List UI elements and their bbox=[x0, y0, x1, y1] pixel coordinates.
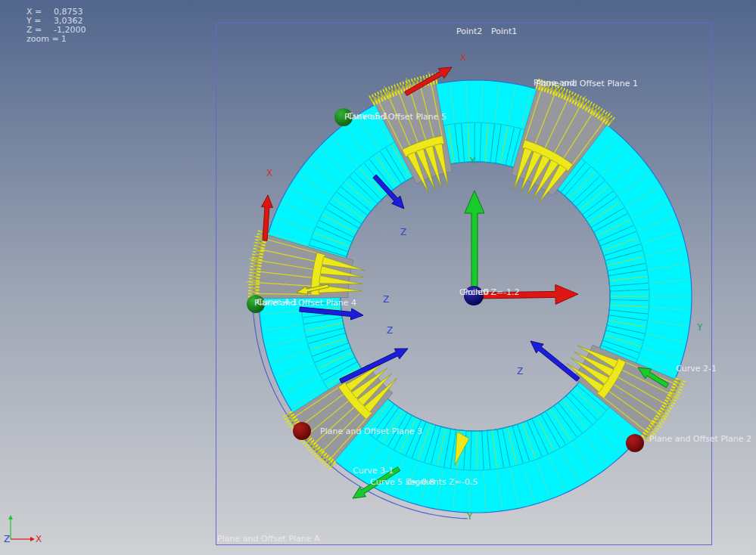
view-orientation-triad: ZX bbox=[4, 515, 42, 544]
label-curve-3-1[interactable]: Curve 3-1 bbox=[353, 466, 394, 476]
triad-letter-z: Z bbox=[4, 534, 10, 544]
label-point1[interactable]: Point1 bbox=[491, 26, 517, 36]
axis-letter-z: Z bbox=[400, 227, 406, 237]
sphere-plane-3[interactable] bbox=[293, 422, 311, 440]
axis-letter-x: X bbox=[266, 168, 272, 178]
label-plane-3[interactable]: Plane and Offset Plane 3 bbox=[320, 426, 422, 436]
coordinate-readout: X = 0,8753 Y = 3,0362 Z = -1,2000 zoom =… bbox=[26, 8, 86, 44]
axis-letter-y: Y bbox=[466, 511, 473, 522]
axis-letter-z: Z bbox=[517, 366, 523, 377]
axis-letter-y: Y bbox=[469, 156, 476, 166]
readout-zoom-value: 1 bbox=[61, 35, 67, 44]
axis-letter-z: Z bbox=[383, 294, 389, 305]
triad-y-arrow[interactable] bbox=[465, 191, 484, 296]
axis-letter-x: X bbox=[460, 52, 466, 63]
axis-letter-z: Z bbox=[387, 325, 393, 336]
readout-zoom: zoom = 1 bbox=[26, 35, 86, 44]
readout-zoom-label: zoom = bbox=[26, 35, 59, 44]
label-curve-5-segments-overlap[interactable]: Z=-0.8 bbox=[406, 477, 434, 487]
cad-application-window: X = 0,8753 Y = 3,0362 Z = -1,2000 zoom =… bbox=[0, 0, 756, 555]
triad-x-arrowhead bbox=[30, 537, 35, 541]
label-curve-4-1[interactable]: Curve 4-1 bbox=[257, 297, 297, 307]
axis-letter-y: Y bbox=[696, 322, 703, 333]
sphere-plane-2[interactable] bbox=[626, 434, 644, 452]
label-curve-2-1[interactable]: Curve 2-1 bbox=[676, 364, 717, 374]
triad-y-arrowhead bbox=[8, 515, 13, 519]
label-plane-1-overlap[interactable]: Plane and bbox=[534, 78, 574, 88]
viewport-canvas[interactable]: XYXYYZZZZPoint2Point1Plane and Offset Pl… bbox=[0, 0, 756, 555]
label-plane-a[interactable]: Plane and Offset Plane A bbox=[217, 534, 320, 544]
label-plane-2[interactable]: Plane and Offset Plane 2 bbox=[649, 434, 751, 444]
triad-letter-x: X bbox=[36, 534, 42, 544]
label-point2[interactable]: Point2 bbox=[456, 26, 482, 36]
label-point0[interactable]: Point0 bbox=[463, 287, 489, 297]
blue-arrow-lower-right[interactable] bbox=[530, 341, 580, 381]
label-curve-5-1[interactable]: Curve 5-1 bbox=[347, 111, 388, 121]
